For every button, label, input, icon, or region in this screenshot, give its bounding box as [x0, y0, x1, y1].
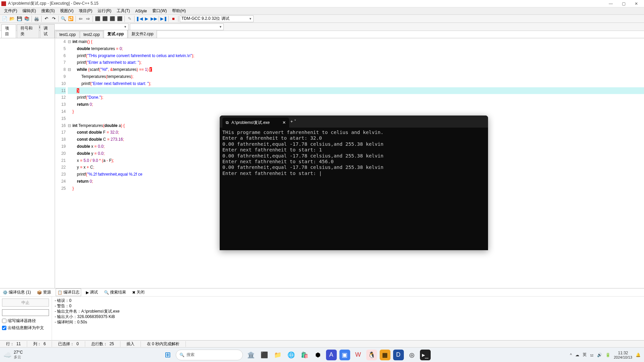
- menu-item[interactable]: 帮助(H): [169, 7, 189, 14]
- print-icon[interactable]: 🖨️: [33, 15, 40, 22]
- start-button[interactable]: ⊞: [162, 350, 173, 360]
- debug-play-icon[interactable]: ▶: [143, 15, 150, 22]
- app-icon[interactable]: ⬢: [313, 350, 323, 360]
- menu-item[interactable]: 工具(T): [114, 7, 132, 14]
- abbrev-checkbox[interactable]: 缩写编译器路径: [2, 318, 50, 324]
- status-tot-label: 总行数：: [91, 342, 107, 346]
- debug-fast-icon[interactable]: ▶▶: [151, 15, 157, 22]
- menu-item[interactable]: 运行(R): [95, 7, 114, 14]
- main-toolbar: 📄 📂 💾 📚 🖨️ ↶ ↷ 🔍 🔁 ⇦ ⇨ ⬛ ⬛ ⬛ ⬛ ✎ ❚◀ ▶ ▶▶…: [0, 15, 644, 23]
- forward-icon[interactable]: ⇨: [85, 15, 91, 22]
- qq-icon[interactable]: 🐧: [366, 350, 377, 360]
- tab-icon: 📦: [37, 290, 42, 295]
- file-tab[interactable]: 复试.cpp: [104, 30, 127, 38]
- clock-time[interactable]: 11:32: [614, 351, 632, 355]
- separator: [134, 16, 135, 22]
- compile-run-icon[interactable]: ⬛: [109, 15, 116, 22]
- store-icon[interactable]: 🛍️: [299, 350, 310, 360]
- run-icon[interactable]: ⬛: [102, 15, 108, 22]
- file-tab[interactable]: test2.cpp: [80, 31, 104, 38]
- status-col: 6: [44, 342, 46, 346]
- onedrive-icon[interactable]: ☁: [575, 353, 579, 357]
- taskbar-app-icon[interactable]: 🏛️: [246, 350, 256, 360]
- side-tab[interactable]: 项目: [1, 24, 16, 38]
- taskbar-search[interactable]: 🔍 搜索: [176, 350, 243, 360]
- redo-icon[interactable]: ↷: [50, 15, 57, 22]
- wifi-icon[interactable]: ⚍: [590, 353, 594, 357]
- menu-item[interactable]: AStyle: [132, 8, 150, 14]
- volume-icon[interactable]: 🔊: [597, 353, 602, 357]
- stop-button[interactable]: 中止: [2, 299, 49, 307]
- close-icon[interactable]: ✕: [282, 120, 286, 125]
- back-icon[interactable]: ⇦: [77, 15, 84, 22]
- bottom-tab[interactable]: 📦 资源: [36, 289, 52, 296]
- menu-item[interactable]: 视图(V): [57, 7, 76, 14]
- language-indicator[interactable]: 英: [583, 352, 587, 358]
- battery-icon[interactable]: 🔋: [605, 353, 610, 357]
- notification-icon[interactable]: 🔔: [636, 353, 641, 357]
- debug-step-icon[interactable]: ❚◀: [136, 15, 143, 22]
- save-all-icon[interactable]: 📚: [23, 15, 30, 22]
- taskview-icon[interactable]: ⬛: [259, 350, 270, 360]
- bottom-tabs: ⚙️ 编译信息 (1)📦 资源📋 编译日志▶ 调试🔍 搜索结果✖ 关闭: [0, 288, 644, 297]
- steam-icon[interactable]: ◎: [407, 350, 417, 360]
- maximize-button[interactable]: ▢: [617, 0, 630, 7]
- compiler-combo[interactable]: TDM-GCC 9.2.0 32位 调试▼: [180, 15, 254, 22]
- log-line: - 输出大小：326.0068359375 KiB: [55, 314, 641, 319]
- open-icon[interactable]: 📂: [9, 15, 15, 22]
- system-tray[interactable]: ^ ☁ 英 ⚍ 🔊 🔋 11:32 2024/10/13 🔔: [567, 351, 644, 359]
- app-icon[interactable]: ▣: [339, 350, 350, 360]
- windows-taskbar[interactable]: ☁️ 27°C 多云 ⊞ 🔍 搜索 🏛️ ⬛ 📁 🌐 🛍️ ⬢ A ▣ W 🐧 …: [0, 347, 644, 362]
- bottom-tab[interactable]: ⚙️ 编译信息 (1): [1, 289, 32, 296]
- weather-widget[interactable]: ☁️ 27°C 多云: [0, 350, 26, 360]
- minimize-button[interactable]: —: [604, 0, 617, 7]
- bottom-tab[interactable]: 🔍 搜索结果: [103, 289, 127, 296]
- terminal-window[interactable]: ⧉ A:\problems\复试.exe ✕ + ˅ THis programe…: [220, 116, 488, 250]
- devcpp-icon[interactable]: D: [393, 350, 404, 360]
- explorer-icon[interactable]: 📁: [272, 350, 283, 360]
- stop-icon[interactable]: ■: [170, 15, 177, 22]
- file-tab[interactable]: 新文件2.cpp: [128, 30, 157, 38]
- undo-icon[interactable]: ↶: [43, 15, 50, 22]
- search-placeholder: 搜索: [186, 352, 195, 358]
- bottom-tab[interactable]: 📋 编译日志: [56, 288, 81, 296]
- menu-item[interactable]: 项目(P): [76, 7, 95, 14]
- rebuild-icon[interactable]: ⬛: [116, 15, 123, 22]
- clock-date[interactable]: 2024/10/13: [614, 355, 632, 359]
- terminal-tab[interactable]: ⧉ A:\problems\复试.exe ✕: [222, 118, 289, 128]
- translate-checkbox[interactable]: 出错信息翻译为中文: [2, 325, 50, 331]
- terminal-tab-title: A:\problems\复试.exe: [231, 120, 270, 126]
- tool-icon[interactable]: ✎: [126, 15, 133, 22]
- side-tab[interactable]: 符号和类: [17, 24, 39, 38]
- replace-icon[interactable]: 🔁: [67, 15, 74, 22]
- bottom-tab[interactable]: ✖ 关闭: [131, 289, 146, 296]
- abbrev-checkbox-input[interactable]: [2, 319, 6, 323]
- debug-end-icon[interactable]: ▶❚: [160, 15, 167, 22]
- terminal-taskbar-icon[interactable]: ▸_: [420, 350, 431, 360]
- sublime-icon[interactable]: ▦: [380, 350, 390, 360]
- bottom-tab[interactable]: ▶ 调试: [85, 289, 99, 296]
- menu-item[interactable]: 搜索(S): [39, 7, 57, 14]
- wps-icon[interactable]: W: [353, 350, 364, 360]
- find-icon[interactable]: 🔍: [60, 15, 67, 22]
- status-sel-label: 已选择：: [58, 342, 74, 346]
- chevron-up-icon[interactable]: ^: [570, 353, 572, 357]
- menu-item[interactable]: 编辑(E): [20, 7, 39, 14]
- side-tab[interactable]: 调试: [40, 24, 55, 38]
- members-combo[interactable]: ▼: [130, 24, 224, 30]
- file-tab[interactable]: test1.cpp: [56, 31, 79, 38]
- menu-item[interactable]: 文件(F): [1, 7, 20, 14]
- menu-item[interactable]: 窗口(W): [150, 7, 169, 14]
- tab-dropdown-icon[interactable]: ˅: [294, 119, 296, 124]
- edge-icon[interactable]: 🌐: [286, 350, 297, 360]
- close-button[interactable]: ✕: [630, 0, 643, 7]
- log-line: - 输出文件名：A:\problems\复试.exe: [55, 309, 641, 314]
- save-icon[interactable]: 💾: [16, 15, 23, 22]
- new-icon[interactable]: 📄: [1, 15, 8, 22]
- compile-icon[interactable]: ⬛: [94, 15, 101, 22]
- translate-checkbox-input[interactable]: [2, 326, 6, 330]
- file-tabs: test1.cpptest2.cpp复试.cpp新文件2.cpp: [55, 31, 644, 38]
- new-tab-icon[interactable]: +: [290, 119, 293, 124]
- path-input[interactable]: [2, 309, 49, 316]
- app-icon[interactable]: A: [326, 350, 337, 360]
